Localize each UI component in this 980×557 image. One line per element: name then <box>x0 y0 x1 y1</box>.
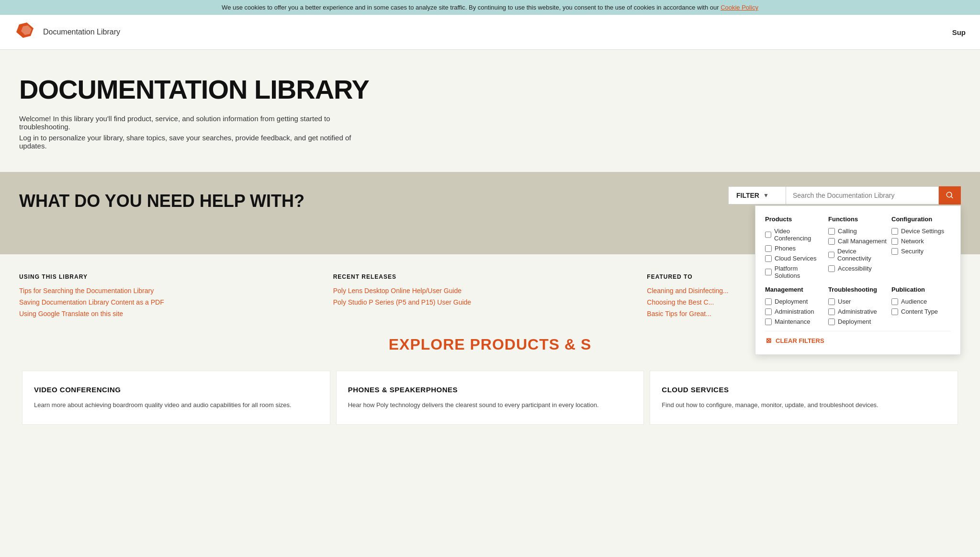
configuration-header: Configuration <box>891 216 951 223</box>
checkbox-cloud-services[interactable] <box>765 255 772 262</box>
checkbox-security[interactable] <box>891 248 898 255</box>
checkbox-audience[interactable] <box>891 298 898 305</box>
filter-item-administrative[interactable]: Administrative <box>828 308 888 315</box>
filter-item-device-connectivity[interactable]: Device Connectivity <box>828 248 888 262</box>
filter-col-products: Products Video Conferencing Phones Cloud… <box>765 216 824 279</box>
filter-chevron-icon: ▼ <box>763 192 769 199</box>
recent-release-link-2[interactable]: Poly Studio P Series (P5 and P15) User G… <box>333 298 471 306</box>
filter-item-content-type[interactable]: Content Type <box>891 308 951 315</box>
filter-item-device-settings[interactable]: Device Settings <box>891 227 951 235</box>
using-library-link-1[interactable]: Tips for Searching the Documentation Lib… <box>19 287 154 295</box>
featured-link-3[interactable]: Basic Tips for Great... <box>647 310 711 318</box>
filter-col-publication: Publication Audience Content Type <box>891 286 951 325</box>
clear-filters-label: CLEAR FILTERS <box>776 337 824 344</box>
filter-dropdown-panel: Products Video Conferencing Phones Cloud… <box>755 205 961 355</box>
checkbox-network[interactable] <box>891 238 898 245</box>
filter-col-management: Management Deployment Administration Mai… <box>765 286 824 325</box>
filter-col-troubleshooting: Troubleshooting User Administrative Depl… <box>828 286 888 325</box>
card-desc-cloud: Find out how to configure, manage, monit… <box>662 400 946 410</box>
filter-col-functions: Functions Calling Call Management Device… <box>828 216 888 279</box>
recent-release-link-1[interactable]: Poly Lens Desktop Online Help/User Guide <box>333 287 462 295</box>
header-support-label[interactable]: Sup <box>952 28 966 36</box>
header-doc-library-label: Documentation Library <box>43 28 120 36</box>
filter-bar-wrapper: FILTER ▼ Products Video Conferencing <box>728 186 961 205</box>
using-library-title: USING THIS LIBRARY <box>19 273 314 280</box>
using-library-link-3[interactable]: Using Google Translate on this site <box>19 310 123 318</box>
cookie-policy-link[interactable]: Cookie Policy <box>721 4 758 11</box>
hero-section: DOCUMENTATION LIBRARY Welcome! In this l… <box>0 50 980 172</box>
filter-item-video-conf[interactable]: Video Conferencing <box>765 227 824 242</box>
checkbox-content-type[interactable] <box>891 308 898 315</box>
recent-releases-col: RECENT RELEASES Poly Lens Desktop Online… <box>333 273 647 321</box>
products-header: Products <box>765 216 824 223</box>
clear-filters-button[interactable]: ⦻ CLEAR FILTERS <box>765 331 951 345</box>
hero-line1: Welcome! In this library you'll find pro… <box>19 114 354 131</box>
publication-header: Publication <box>891 286 951 293</box>
functions-header: Functions <box>828 216 888 223</box>
list-item: Poly Studio P Series (P5 and P15) User G… <box>333 298 628 306</box>
list-item: Using Google Translate on this site <box>19 310 314 318</box>
list-item: Tips for Searching the Documentation Lib… <box>19 287 314 295</box>
cookie-banner: We use cookies to offer you a better exp… <box>0 0 980 15</box>
filter-item-accessibility[interactable]: Accessibility <box>828 265 888 272</box>
poly-logo-icon[interactable] <box>14 21 37 44</box>
recent-releases-title: RECENT RELEASES <box>333 273 628 280</box>
hero-line2: Log in to personalize your library, shar… <box>19 134 354 150</box>
recent-releases-list: Poly Lens Desktop Online Help/User Guide… <box>333 287 628 306</box>
featured-link-1[interactable]: Cleaning and Disinfecting... <box>647 287 728 295</box>
logo-area: Documentation Library <box>14 21 120 44</box>
checkbox-administration[interactable] <box>765 308 772 315</box>
checkbox-device-connectivity[interactable] <box>828 251 834 258</box>
cookie-text: We use cookies to offer you a better exp… <box>222 4 721 11</box>
management-header: Management <box>765 286 824 293</box>
card-title-phones: PHONES & SPEAKERPHONES <box>348 386 632 394</box>
checkbox-platform-solutions[interactable] <box>765 269 772 275</box>
header: Documentation Library Sup <box>0 15 980 50</box>
filter-item-deployment-ts[interactable]: Deployment <box>828 318 888 325</box>
using-library-link-2[interactable]: Saving Documentation Library Content as … <box>19 298 164 306</box>
filter-col-configuration: Configuration Device Settings Network Se… <box>891 216 951 279</box>
filter-row-2: Management Deployment Administration Mai… <box>765 286 951 325</box>
filter-item-phones[interactable]: Phones <box>765 245 824 252</box>
filter-item-cloud-services[interactable]: Cloud Services <box>765 255 824 262</box>
checkbox-calling[interactable] <box>828 228 835 235</box>
checkbox-call-management[interactable] <box>828 238 835 245</box>
checkbox-device-settings[interactable] <box>891 228 898 235</box>
filter-row-1: Products Video Conferencing Phones Cloud… <box>765 216 951 279</box>
filter-item-call-management[interactable]: Call Management <box>828 238 888 245</box>
product-card-video-conf: VIDEO CONFERENCING Learn more about achi… <box>22 371 330 425</box>
filter-item-network[interactable]: Network <box>891 238 951 245</box>
list-item: Poly Lens Desktop Online Help/User Guide <box>333 287 628 295</box>
filter-item-platform-solutions[interactable]: Platform Solutions <box>765 265 824 279</box>
product-card-cloud: CLOUD SERVICES Find out how to configure… <box>650 371 958 425</box>
filter-item-security[interactable]: Security <box>891 248 951 255</box>
featured-link-2[interactable]: Choosing the Best C... <box>647 298 714 306</box>
help-section: WHAT DO YOU NEED HELP WITH? FILTER ▼ Pro… <box>0 172 980 254</box>
checkbox-user[interactable] <box>828 298 835 305</box>
hero-heading: DOCUMENTATION LIBRARY <box>19 74 961 105</box>
card-title-cloud: CLOUD SERVICES <box>662 386 946 394</box>
filter-bar: FILTER ▼ <box>728 186 961 205</box>
checkbox-video-conf[interactable] <box>765 231 771 238</box>
filter-item-user[interactable]: User <box>828 298 888 305</box>
list-item: Saving Documentation Library Content as … <box>19 298 314 306</box>
filter-dropdown-scroll: Products Video Conferencing Phones Cloud… <box>765 216 951 325</box>
troubleshooting-header: Troubleshooting <box>828 286 888 293</box>
filter-item-deployment[interactable]: Deployment <box>765 298 824 305</box>
checkbox-administrative[interactable] <box>828 308 835 315</box>
filter-item-administration[interactable]: Administration <box>765 308 824 315</box>
checkbox-accessibility[interactable] <box>828 265 835 272</box>
search-button[interactable] <box>939 186 961 205</box>
clear-filters-icon: ⦻ <box>765 336 773 345</box>
checkbox-phones[interactable] <box>765 245 772 252</box>
search-input[interactable] <box>786 186 939 205</box>
filter-dropdown-trigger[interactable]: FILTER ▼ <box>728 186 786 205</box>
filter-item-calling[interactable]: Calling <box>828 227 888 235</box>
checkbox-maintenance[interactable] <box>765 318 772 325</box>
filter-item-audience[interactable]: Audience <box>891 298 951 305</box>
checkbox-deployment[interactable] <box>765 298 772 305</box>
checkbox-deployment-ts[interactable] <box>828 318 835 325</box>
card-desc-video-conf: Learn more about achieving boardroom qua… <box>34 400 318 410</box>
card-desc-phones: Hear how Poly technology delivers the cl… <box>348 400 632 410</box>
filter-item-maintenance[interactable]: Maintenance <box>765 318 824 325</box>
